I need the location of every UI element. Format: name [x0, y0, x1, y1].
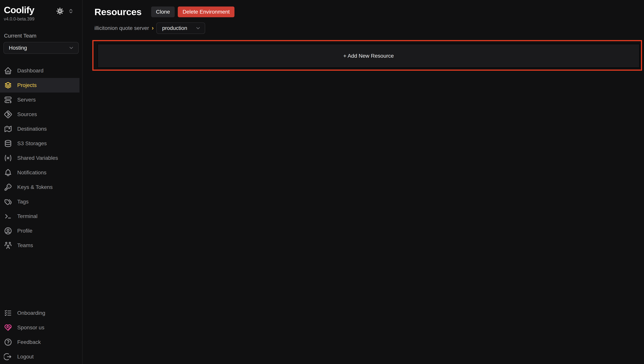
checklist-icon	[4, 309, 12, 317]
sidebar-item-profile[interactable]: Profile	[0, 224, 80, 238]
current-team-label: Current Team	[4, 33, 82, 39]
sidebar-item-keys-tokens[interactable]: Keys & Tokens	[0, 180, 80, 194]
sidebar-item-label: Sponsor us	[17, 324, 44, 331]
database-icon	[4, 139, 12, 148]
breadcrumb: illicitonion quote server › production	[94, 22, 644, 34]
sidebar-item-label: Notifications	[17, 170, 46, 176]
sidebar-item-label: Feedback	[17, 339, 41, 345]
sidebar-item-terminal[interactable]: Terminal	[0, 209, 80, 224]
heart-handshake-icon	[4, 324, 12, 332]
stack-icon	[4, 81, 12, 90]
users-group-icon	[4, 241, 12, 250]
team-select[interactable]: Hosting	[4, 42, 79, 54]
sidebar-controls	[56, 7, 74, 15]
logout-icon	[4, 352, 12, 361]
sidebar-item-label: Projects	[17, 82, 36, 88]
sidebar-item-label: Teams	[17, 242, 33, 248]
sidebar-item-shared-variables[interactable]: Shared Variables	[0, 151, 80, 165]
sidebar-item-label: Logout	[17, 354, 34, 360]
sidebar-item-label: Dashboard	[17, 68, 44, 74]
delete-environment-button[interactable]: Delete Environment	[178, 6, 234, 17]
sidebar-item-onboarding[interactable]: Onboarding	[0, 306, 80, 320]
sidebar-footer-nav: Onboarding Sponsor us Feedback Logout	[0, 306, 82, 364]
key-icon	[4, 183, 12, 192]
sidebar-item-label: Keys & Tokens	[17, 184, 53, 190]
sidebar-item-destinations[interactable]: Destinations	[0, 122, 80, 136]
add-new-resource-button[interactable]: + Add New Resource	[97, 44, 640, 68]
app-version: v4.0.0-beta.399	[4, 16, 34, 22]
sidebar-item-notifications[interactable]: Notifications	[0, 165, 80, 180]
sidebar-item-label: Destinations	[17, 126, 47, 132]
sidebar-item-label: Onboarding	[17, 310, 45, 316]
sidebar-item-label: Terminal	[17, 213, 38, 219]
environment-select[interactable]: production	[156, 22, 205, 34]
page-header: Resources Clone Delete Environment	[94, 6, 644, 18]
tags-icon	[4, 198, 12, 206]
chevron-down-icon	[68, 45, 74, 51]
sidebar-item-label: Profile	[17, 228, 32, 234]
sidebar-item-sources[interactable]: Sources	[0, 107, 80, 122]
breadcrumb-project-link[interactable]: illicitonion quote server	[94, 25, 149, 31]
sidebar-item-feedback[interactable]: Feedback	[0, 335, 80, 350]
team-select-value: Hosting	[9, 45, 27, 51]
git-icon	[4, 110, 12, 118]
sidebar-item-label: S3 Storages	[17, 140, 47, 146]
sidebar: Coolify v4.0.0-beta.399 Current Team Hos…	[0, 0, 82, 364]
sidebar-item-sponsor[interactable]: Sponsor us	[0, 320, 80, 335]
sidebar-item-label: Sources	[17, 111, 37, 118]
page-title: Resources	[94, 6, 142, 17]
clone-button[interactable]: Clone	[151, 6, 175, 17]
sidebar-item-label: Servers	[17, 97, 36, 103]
app-logo: Coolify	[4, 5, 34, 15]
add-new-resource-label: + Add New Resource	[343, 53, 394, 59]
home-icon	[4, 66, 12, 75]
user-circle-icon	[4, 227, 12, 235]
chevron-down-icon	[195, 25, 201, 31]
server-bolt-icon	[4, 96, 12, 104]
terminal-icon	[4, 212, 12, 220]
variable-icon	[4, 154, 12, 162]
bell-icon	[4, 168, 12, 177]
sidebar-nav: Dashboard Projects Servers Sources Desti…	[0, 64, 82, 253]
sidebar-item-dashboard[interactable]: Dashboard	[0, 64, 80, 78]
logo-row: Coolify v4.0.0-beta.399	[0, 0, 82, 22]
help-circle-icon	[4, 338, 12, 346]
sidebar-item-label: Tags	[17, 199, 28, 205]
chevron-right-icon: ›	[152, 24, 154, 32]
sidebar-item-projects[interactable]: Projects	[0, 78, 80, 92]
sidebar-item-teams[interactable]: Teams	[0, 238, 80, 253]
sidebar-item-label: Shared Variables	[17, 155, 58, 161]
sidebar-item-tags[interactable]: Tags	[0, 194, 80, 209]
map-icon	[4, 125, 12, 133]
sidebar-item-logout[interactable]: Logout	[0, 350, 80, 364]
collapse-chevrons-icon[interactable]	[68, 8, 74, 14]
environment-select-value: production	[162, 25, 187, 31]
sun-icon[interactable]	[56, 7, 64, 15]
sidebar-item-s3-storages[interactable]: S3 Storages	[0, 136, 80, 151]
sidebar-item-servers[interactable]: Servers	[0, 92, 80, 107]
